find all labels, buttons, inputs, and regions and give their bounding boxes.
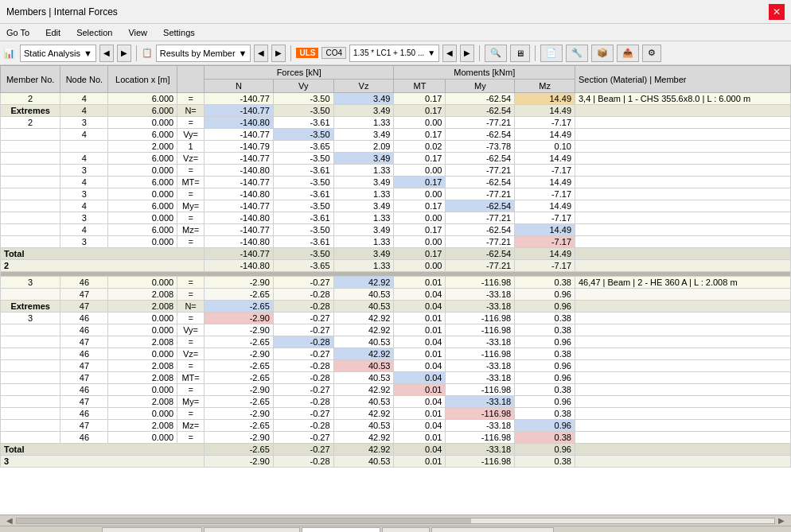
total-n: -140.80 — [205, 260, 274, 272]
menu-settings[interactable]: Settings — [160, 26, 198, 39]
cell-location: 0.000 — [108, 384, 177, 396]
cell-section — [575, 324, 791, 336]
table-row: 46.000My=-140.77-3.503.490.17-62.5414.49 — [1, 200, 791, 212]
col-section[interactable]: Section (Material) | Member — [575, 66, 791, 93]
table-row: 472.008My=-2.65-0.2840.530.04-33.180.96 — [1, 396, 791, 408]
cell-mt: 0.17 — [394, 105, 446, 117]
cell-n: -2.65 — [205, 372, 274, 384]
cell-member-no — [1, 224, 60, 236]
cell-vz: 42.92 — [333, 277, 394, 289]
col-moments: Moments [kNm] — [394, 66, 575, 80]
cell-mz: 14.49 — [515, 200, 575, 212]
cell-my: -62.54 — [446, 177, 515, 188]
toolbar-btn4[interactable]: 🔧 — [566, 45, 588, 62]
toolbar-btn7[interactable]: ⚙ — [642, 45, 661, 62]
analysis-dropdown[interactable]: Static Analysis ▼ — [20, 45, 96, 62]
cell-location: 0.000 — [108, 236, 177, 248]
col-n[interactable]: N — [205, 80, 274, 93]
analysis-next[interactable]: ▶ — [117, 45, 131, 62]
tab-internal-forces-section[interactable]: Internal Forces by Section — [431, 527, 554, 532]
col-vy[interactable]: Vy — [273, 80, 333, 93]
col-my[interactable]: My — [446, 80, 515, 93]
table-row: 472.008=-2.65-0.2840.530.04-33.180.96 — [1, 289, 791, 301]
cell-mt: 0.01 — [394, 324, 446, 336]
results-next[interactable]: ▶ — [271, 45, 286, 62]
toolbar-btn3[interactable]: 📄 — [540, 45, 563, 62]
cell-node-no: 4 — [60, 224, 108, 236]
total-section — [575, 260, 791, 272]
tab-strains[interactable]: Strains — [382, 527, 430, 532]
cell-location: 0.000 — [108, 117, 177, 129]
col-node-no[interactable]: Node No. — [60, 66, 108, 93]
col-mz[interactable]: Mz — [515, 80, 575, 93]
cell-my: -62.54 — [446, 105, 515, 117]
cell-mz: 0.96 — [515, 420, 575, 432]
total-vy: -0.27 — [273, 444, 333, 456]
cell-label: = — [177, 408, 205, 420]
combo-next[interactable]: ▶ — [460, 45, 474, 62]
toolbar-btn5[interactable]: 📦 — [591, 45, 614, 62]
cell-my: -116.98 — [446, 432, 515, 444]
cell-member-no — [1, 420, 60, 432]
cell-member-no — [1, 360, 60, 372]
analysis-label: Static Analysis — [24, 49, 80, 58]
cell-my: -62.54 — [446, 129, 515, 141]
cell-mz: 0.38 — [515, 277, 575, 289]
load-combo[interactable]: 1.35 * LC1 + 1.50 ... ▼ — [349, 45, 439, 62]
cell-section — [575, 420, 791, 432]
menu-view[interactable]: View — [125, 26, 150, 39]
cell-mz: 14.49 — [515, 224, 575, 236]
menu-selection[interactable]: Selection — [73, 26, 115, 39]
cell-member-no — [1, 384, 60, 396]
cell-my: -116.98 — [446, 324, 515, 336]
cell-vy: -0.27 — [273, 408, 333, 420]
toolbar-btn6[interactable]: 📤 — [617, 45, 639, 62]
col-vz[interactable]: Vz — [333, 80, 394, 93]
total-n: -140.77 — [205, 248, 274, 260]
col-location[interactable]: Location x [m] — [108, 66, 177, 93]
cell-vy: -0.27 — [273, 384, 333, 396]
cell-vz: 40.53 — [333, 301, 394, 313]
combo-prev[interactable]: ◀ — [442, 45, 457, 62]
cell-node-no: 47 — [60, 372, 108, 384]
menu-bar: Go To Edit Selection View Settings — [0, 24, 791, 41]
results-dropdown[interactable]: Results by Member ▼ — [156, 45, 251, 62]
cell-vz: 1.33 — [333, 212, 394, 224]
cell-node-no: 3 — [60, 188, 108, 200]
total-vz: 1.33 — [333, 260, 394, 272]
cell-section — [575, 224, 791, 236]
menu-goto[interactable]: Go To — [3, 26, 33, 39]
tab-global-deformations[interactable]: Global Deformations — [102, 527, 202, 532]
cell-my: -77.21 — [446, 236, 515, 248]
col-member-no[interactable]: Member No. — [1, 66, 60, 93]
tab-internal-forces[interactable]: Internal Forces — [302, 527, 380, 532]
toolbar-btn1[interactable]: 🔍 — [485, 45, 507, 62]
results-prev[interactable]: ◀ — [254, 45, 268, 62]
close-button[interactable]: ✕ — [769, 4, 785, 20]
total-mz: 0.38 — [515, 456, 575, 468]
toolbar-btn2[interactable]: 🖥 — [510, 45, 530, 62]
cell-n: -2.90 — [205, 408, 274, 420]
cell-mz: 0.38 — [515, 313, 575, 324]
cell-mz: 0.96 — [515, 360, 575, 372]
sep2 — [290, 45, 291, 61]
cell-location: 0.000 — [108, 432, 177, 444]
table-row: 246.000=-140.77-3.503.490.17-62.5414.493… — [1, 93, 791, 105]
total-vy: -3.65 — [273, 260, 333, 272]
menu-edit[interactable]: Edit — [42, 26, 64, 39]
col-mt[interactable]: MT — [394, 80, 446, 93]
cell-n: -140.77 — [205, 93, 274, 105]
scroll-bar-horizontal[interactable]: ◀ ▶ — [0, 515, 791, 526]
table-area[interactable]: Member No. Node No. Location x [m] Force… — [0, 65, 791, 515]
cell-vz: 42.92 — [333, 408, 394, 420]
cell-mt: 0.01 — [394, 384, 446, 396]
cell-member-no — [1, 396, 60, 408]
cell-my: -77.21 — [446, 165, 515, 177]
analysis-icon: 📊 — [3, 48, 15, 59]
table-row: 30.000=-140.80-3.611.330.00-77.21-7.17 — [1, 165, 791, 177]
cell-n: -2.90 — [205, 384, 274, 396]
tab-local-deformations[interactable]: Local Deformations — [204, 527, 300, 532]
cell-mt: 0.04 — [394, 336, 446, 348]
cell-member-no: 2 — [1, 93, 60, 105]
analysis-prev[interactable]: ◀ — [99, 45, 114, 62]
